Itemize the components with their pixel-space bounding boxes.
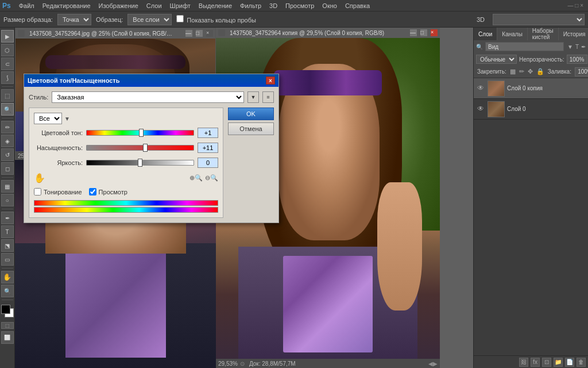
bottom-dress: [65, 243, 166, 358]
eyedropper-add-icon[interactable]: ⊕🔍: [189, 174, 203, 182]
delete-layer-btn[interactable]: 🗑: [577, 358, 586, 367]
channel-select[interactable]: Все: [34, 113, 62, 124]
tool-eraser[interactable]: ◻: [1, 162, 14, 175]
new-layer-btn[interactable]: 📄: [565, 358, 574, 367]
ok-button[interactable]: OK: [228, 108, 274, 120]
layer-1-eye-icon[interactable]: 👁: [476, 105, 485, 114]
style-select[interactable]: Заказная: [52, 91, 244, 103]
doc1-maximize[interactable]: □: [196, 30, 203, 37]
brightness-slider-thumb[interactable]: [138, 159, 142, 167]
fg-color[interactable]: [1, 305, 10, 314]
hue-slider-row: Цветовой тон: +1: [34, 128, 218, 138]
tool-crop[interactable]: ⬚: [1, 89, 14, 102]
layers-footer: ⛓ fx ⊡ 📁 📄 🗑: [474, 355, 588, 368]
layer-item-0[interactable]: 👁 Слой 0 копия: [474, 78, 588, 99]
fill-input[interactable]: [575, 67, 588, 76]
dialog-titlebar: Цветовой тон/Насыщенность ×: [24, 74, 278, 87]
opacity-input[interactable]: [567, 55, 587, 64]
saturation-slider-thumb[interactable]: [143, 144, 148, 152]
text-tool-icon: T: [575, 44, 579, 50]
blend-mode-select[interactable]: Обычные: [476, 55, 517, 64]
tool-eyedropper[interactable]: 🔍: [1, 103, 14, 116]
add-style-btn[interactable]: fx: [531, 358, 540, 367]
hue-slider-track[interactable]: [86, 130, 194, 136]
style-icon-btn[interactable]: ≡: [262, 91, 274, 103]
tool-screen-mode[interactable]: ⬜: [1, 331, 14, 344]
layers-search-row: 🔍 ▼ T ✒ ◈ fx ⊡: [474, 40, 588, 53]
doc1-minimize[interactable]: —: [185, 30, 192, 37]
tool-gradient[interactable]: ▦: [1, 180, 14, 193]
menu-edit[interactable]: Редактирование: [39, 2, 94, 10]
tab-history[interactable]: История: [559, 28, 588, 40]
menu-filter[interactable]: Фильтр: [237, 2, 265, 10]
brightness-value-input[interactable]: 0: [198, 158, 218, 168]
hue-label: Цветовой тон:: [34, 129, 83, 136]
tool-zoom[interactable]: 🔍: [1, 285, 14, 297]
doc2-close[interactable]: ×: [431, 29, 438, 36]
toning-checkbox[interactable]: [34, 188, 41, 195]
hue-value-input[interactable]: +1: [198, 128, 218, 138]
doc1-close[interactable]: ×: [206, 30, 213, 37]
tool-pen[interactable]: ✒: [1, 212, 14, 224]
menu-3d[interactable]: 3D: [266, 2, 281, 10]
layer-item-1[interactable]: 👁 Слой 0: [474, 99, 588, 120]
sample-label: Образец:: [96, 16, 123, 23]
size-select[interactable]: Точка: [57, 14, 91, 25]
tool-dodge[interactable]: ○: [1, 194, 14, 206]
lock-position-icon[interactable]: ✥: [528, 68, 533, 75]
layers-list: 👁 Слой 0 копия 👁 Слой 0: [474, 78, 588, 355]
doc2-headband: [274, 70, 381, 96]
color-selector[interactable]: [1, 305, 14, 317]
menu-layers[interactable]: Слои: [143, 2, 165, 10]
tool-magic-wand[interactable]: ⟆: [1, 71, 14, 84]
tool-mode-quick-mask[interactable]: ⬚: [1, 322, 14, 329]
tool-separator-4: [2, 209, 13, 209]
menu-help[interactable]: Справка: [342, 2, 373, 10]
lock-paint-icon[interactable]: ✏: [519, 68, 524, 75]
3d-select[interactable]: [493, 14, 585, 25]
tool-select[interactable]: ⬡: [1, 44, 14, 56]
brightness-slider-track[interactable]: [86, 160, 194, 166]
menu-image[interactable]: Изображение: [95, 2, 142, 10]
tool-hand[interactable]: ✋: [1, 271, 14, 283]
preview-checkbox[interactable]: [89, 188, 96, 195]
doc2-minimize[interactable]: —: [410, 29, 417, 36]
doc2-maximize[interactable]: □: [420, 29, 427, 36]
link-layers-btn[interactable]: ⛓: [519, 358, 528, 367]
menu-window[interactable]: Окно: [319, 2, 341, 10]
tool-move[interactable]: ▶: [1, 30, 14, 43]
layer-0-eye-icon[interactable]: 👁: [476, 84, 485, 93]
lock-all-icon[interactable]: 🔒: [536, 68, 544, 75]
cancel-button[interactable]: Отмена: [228, 122, 274, 135]
probe-checkbox[interactable]: [176, 15, 184, 22]
saturation-slider-track[interactable]: [86, 145, 194, 151]
new-group-btn[interactable]: 📁: [554, 358, 563, 367]
tool-history-brush[interactable]: ↺: [1, 148, 14, 161]
tool-brush[interactable]: ✏: [1, 121, 14, 133]
menu-bar: Ps Файл Редактирование Изображение Слои …: [0, 0, 588, 12]
style-options-btn[interactable]: ▼: [247, 91, 259, 103]
menu-font[interactable]: Шрифт: [167, 2, 194, 10]
hand-tool-icon[interactable]: ✋: [34, 172, 45, 183]
tab-brushes[interactable]: Наборы кистей: [528, 28, 559, 40]
dialog-close-button[interactable]: ×: [266, 76, 275, 85]
menu-select[interactable]: Выделение: [195, 2, 235, 10]
tab-channels[interactable]: Каналы: [497, 28, 528, 40]
add-mask-btn[interactable]: ⊡: [542, 358, 551, 367]
tool-path[interactable]: ⬔: [1, 239, 14, 252]
eyedropper-subtract-icon[interactable]: ⊖🔍: [205, 174, 218, 182]
hue-slider-thumb[interactable]: [139, 129, 144, 137]
lock-transparency-icon[interactable]: ▦: [510, 68, 516, 75]
tool-stamp[interactable]: ◈: [1, 135, 14, 147]
main-area: ▶ ⬡ ⊂ ⟆ ⬚ 🔍 ✏ ◈ ↺ ◻ ▦ ○ ✒ T ⬔ ▭ ✋ 🔍 ⬚ ⬜: [0, 28, 588, 368]
menu-file[interactable]: Файл: [16, 2, 38, 10]
layers-search-input[interactable]: [485, 42, 564, 51]
tool-text[interactable]: T: [1, 225, 14, 238]
sample-select[interactable]: Все слои: [127, 14, 172, 25]
tool-shape[interactable]: ▭: [1, 253, 14, 266]
saturation-value-input[interactable]: +11: [198, 143, 218, 153]
tool-lasso[interactable]: ⊂: [1, 57, 14, 70]
menu-view[interactable]: Просмотр: [282, 2, 318, 10]
tab-layers[interactable]: Слои: [474, 28, 497, 40]
left-toolbar: ▶ ⬡ ⊂ ⟆ ⬚ 🔍 ✏ ◈ ↺ ◻ ▦ ○ ✒ T ⬔ ▭ ✋ 🔍 ⬚ ⬜: [0, 28, 15, 368]
